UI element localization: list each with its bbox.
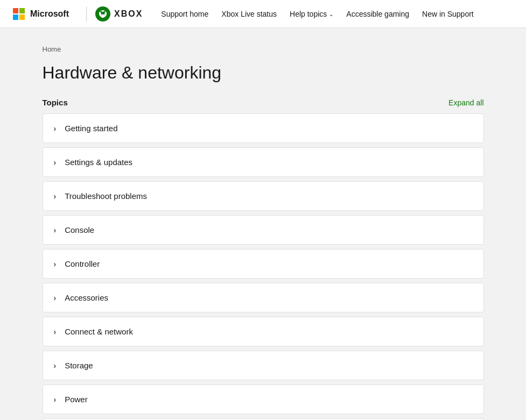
accordion-item-label: Console bbox=[65, 225, 94, 234]
accordion-item[interactable]: ›Controller bbox=[43, 249, 484, 279]
chevron-right-icon: › bbox=[54, 226, 57, 234]
topics-header: Topics Expand all bbox=[43, 98, 484, 107]
accordion-item-label: Connect & network bbox=[65, 327, 133, 336]
expand-all-button[interactable]: Expand all bbox=[448, 98, 483, 107]
accordion-item[interactable]: ›Getting started bbox=[43, 113, 484, 143]
page-title: Hardware & networking bbox=[43, 63, 484, 83]
chevron-right-icon: › bbox=[54, 192, 57, 201]
microsoft-logo bbox=[13, 8, 25, 20]
accordion-item-label: Accessories bbox=[65, 293, 108, 302]
nav-support-home[interactable]: Support home bbox=[156, 6, 214, 22]
accordion-item-label: Storage bbox=[65, 361, 93, 370]
accordion-item[interactable]: ›Storage bbox=[43, 351, 484, 380]
accordion-item[interactable]: ›Console bbox=[43, 215, 484, 245]
xbox-logo-icon bbox=[95, 6, 110, 22]
microsoft-brand[interactable]: Microsoft bbox=[13, 8, 69, 20]
accordion-item-label: Getting started bbox=[65, 124, 117, 133]
accordion-item-label: Settings & updates bbox=[65, 158, 132, 167]
xbox-brand[interactable]: XBOX bbox=[95, 6, 143, 22]
accordion-item[interactable]: ›Troubleshoot problems bbox=[43, 181, 484, 211]
xbox-label: XBOX bbox=[114, 9, 143, 19]
help-topics-chevron-icon: ⌄ bbox=[329, 11, 333, 17]
accordion-item-label: Troubleshoot problems bbox=[65, 191, 147, 201]
nav-new-in-support[interactable]: New in Support bbox=[417, 6, 479, 22]
microsoft-label: Microsoft bbox=[30, 9, 69, 19]
accordion-item[interactable]: ›Accessories bbox=[43, 283, 484, 312]
main-content: Home Hardware & networking Topics Expand… bbox=[32, 28, 495, 420]
nav-divider bbox=[86, 6, 87, 22]
chevron-right-icon: › bbox=[54, 328, 57, 336]
nav-xbox-live-status[interactable]: Xbox Live status bbox=[216, 6, 282, 22]
chevron-right-icon: › bbox=[54, 395, 57, 404]
accordion-item[interactable]: ›Connect & network bbox=[43, 317, 484, 346]
accordion-item[interactable]: ›Power bbox=[43, 385, 484, 414]
topics-label: Topics bbox=[43, 98, 68, 107]
nav-links: Support home Xbox Live status Help topic… bbox=[156, 6, 479, 22]
chevron-right-icon: › bbox=[54, 294, 57, 302]
chevron-right-icon: › bbox=[54, 361, 57, 370]
navbar: Microsoft XBOX Support home Xbox Live st… bbox=[0, 0, 526, 28]
chevron-right-icon: › bbox=[54, 158, 57, 167]
chevron-right-icon: › bbox=[54, 260, 57, 268]
nav-help-topics[interactable]: Help topics ⌄ bbox=[284, 6, 339, 22]
accordion-list: ›Getting started›Settings & updates›Trou… bbox=[43, 113, 484, 420]
accordion-item-label: Power bbox=[65, 395, 88, 404]
breadcrumb[interactable]: Home bbox=[43, 45, 484, 53]
accordion-item[interactable]: ›Settings & updates bbox=[43, 147, 484, 177]
accordion-item-label: Controller bbox=[65, 259, 100, 268]
chevron-right-icon: › bbox=[54, 124, 57, 133]
nav-accessible-gaming[interactable]: Accessible gaming bbox=[341, 6, 415, 22]
